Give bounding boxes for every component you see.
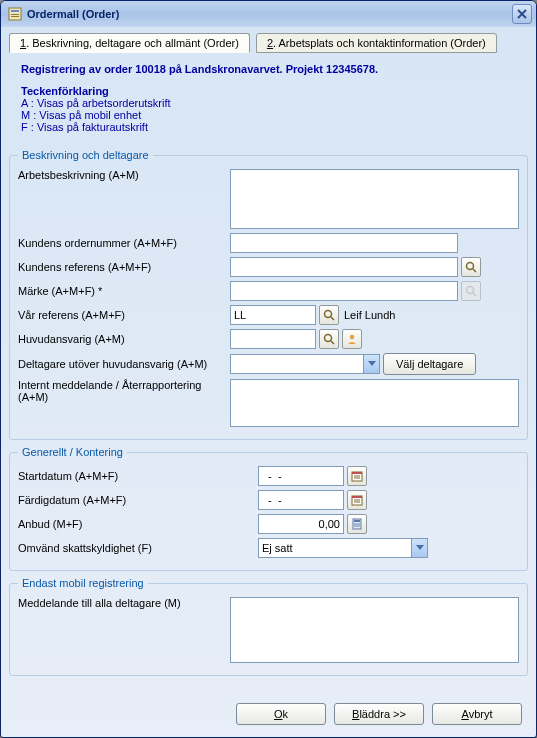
svg-point-8	[325, 311, 332, 318]
tab1-label: . Beskrivning, deltagare och allmänt (Or…	[26, 37, 239, 49]
svg-point-6	[467, 287, 474, 294]
startdatum-label: Startdatum (A+M+F)	[18, 470, 258, 482]
svg-line-9	[331, 317, 334, 320]
marke-lookup-button-disabled	[461, 281, 481, 301]
kundens-ref-lookup-button[interactable]	[461, 257, 481, 277]
huvudansvarig-lookup-button[interactable]	[319, 329, 339, 349]
var-ref-code-input[interactable]	[230, 305, 316, 325]
svg-point-23	[354, 523, 356, 525]
svg-rect-3	[11, 16, 19, 17]
bladdra-accel: B	[352, 708, 359, 720]
svg-line-7	[473, 293, 476, 296]
svg-point-27	[356, 525, 358, 527]
svg-rect-14	[352, 472, 362, 474]
registration-text: Registrering av order 10018 på Landskron…	[21, 63, 522, 75]
anbud-label: Anbud (M+F)	[18, 518, 258, 530]
svg-rect-22	[354, 520, 360, 522]
close-button[interactable]	[512, 4, 532, 24]
anbud-input[interactable]	[258, 514, 344, 534]
startdatum-input[interactable]	[258, 466, 344, 486]
svg-point-26	[354, 525, 356, 527]
omvand-combo[interactable]: Ej satt	[258, 538, 428, 558]
avbryt-button[interactable]: Avbryt	[432, 703, 522, 725]
legend-title: Teckenförklaring	[21, 85, 522, 97]
omvand-combo-text: Ej satt	[259, 542, 411, 554]
marke-input[interactable]	[230, 281, 458, 301]
startdatum-calendar-button[interactable]	[347, 466, 367, 486]
svg-point-25	[358, 523, 360, 525]
omvand-label: Omvänd skattskyldighet (F)	[18, 542, 258, 554]
svg-line-11	[331, 341, 334, 344]
svg-point-12	[350, 335, 354, 339]
avbryt-accel: A	[461, 708, 468, 720]
var-ref-name: Leif Lundh	[342, 309, 395, 321]
deltagare-combo[interactable]	[230, 354, 380, 374]
legend-description: Beskrivning och deltagare	[18, 149, 153, 161]
avbryt-rest: vbryt	[469, 708, 493, 720]
fieldset-description: Beskrivning och deltagare Arbetsbeskrivn…	[9, 149, 528, 440]
legend-general: Generellt / Kontering	[18, 446, 127, 458]
svg-line-5	[473, 269, 476, 272]
meddelande-label: Meddelande till alla deltagare (M)	[18, 597, 230, 609]
svg-rect-1	[11, 10, 19, 12]
huvudansvarig-input[interactable]	[230, 329, 316, 349]
fieldset-mobile: Endast mobil registrering Meddelande til…	[9, 577, 528, 676]
bladdra-rest: läddra >>	[359, 708, 405, 720]
window-title: Ordermall (Order)	[27, 8, 512, 20]
tab-bar: 1. Beskrivning, deltagare och allmänt (O…	[9, 33, 528, 53]
ok-button[interactable]: Ok	[236, 703, 326, 725]
fardigdatum-input[interactable]	[258, 490, 344, 510]
chevron-down-icon	[363, 355, 379, 373]
titlebar: Ordermall (Order)	[1, 1, 536, 27]
content-area: 1. Beskrivning, deltagare och allmänt (O…	[1, 27, 536, 737]
svg-point-24	[356, 523, 358, 525]
arbetsbeskrivning-label: Arbetsbeskrivning (A+M)	[18, 169, 230, 181]
legend-m: M : Visas på mobil enhet	[21, 109, 522, 121]
anbud-calc-button[interactable]	[347, 514, 367, 534]
kundens-ordernr-input[interactable]	[230, 233, 458, 253]
var-ref-label: Vår referens (A+M+F)	[18, 309, 230, 321]
var-ref-lookup-button[interactable]	[319, 305, 339, 325]
app-icon	[7, 6, 23, 22]
tab-description[interactable]: 1. Beskrivning, deltagare och allmänt (O…	[9, 33, 250, 53]
fardigdatum-label: Färdigdatum (A+M+F)	[18, 494, 258, 506]
arbetsbeskrivning-textarea[interactable]	[230, 169, 519, 229]
fieldset-general: Generellt / Kontering Startdatum (A+M+F)…	[9, 446, 528, 571]
ok-accel: O	[274, 708, 283, 720]
deltagare-label: Deltagare utöver huvudansvarig (A+M)	[18, 358, 230, 370]
bladdra-button[interactable]: Bläddra >>	[334, 703, 424, 725]
svg-rect-18	[352, 496, 362, 498]
footer-buttons: Ok Bläddra >> Avbryt	[9, 695, 528, 729]
internt-textarea[interactable]	[230, 379, 519, 427]
chevron-down-icon	[411, 539, 427, 557]
kundens-ref-input[interactable]	[230, 257, 458, 277]
svg-rect-2	[11, 14, 19, 15]
tab2-label: . Arbetsplats och kontaktinformation (Or…	[273, 37, 486, 49]
kundens-ref-label: Kundens referens (A+M+F)	[18, 261, 230, 273]
window-frame: Ordermall (Order) 1. Beskrivning, deltag…	[0, 0, 537, 738]
legend-f: F : Visas på fakturautskrift	[21, 121, 522, 133]
info-block: Registrering av order 10018 på Landskron…	[9, 59, 528, 143]
marke-label: Märke (A+M+F) *	[18, 285, 230, 297]
valj-deltagare-button[interactable]: Välj deltagare	[383, 353, 476, 375]
svg-point-28	[358, 525, 360, 527]
svg-point-10	[325, 335, 332, 342]
tab-workplace[interactable]: 2. Arbetsplats och kontaktinformation (O…	[256, 33, 497, 53]
ok-rest: k	[283, 708, 289, 720]
kundens-ordernr-label: Kundens ordernummer (A+M+F)	[18, 237, 230, 249]
legend-mobile: Endast mobil registrering	[18, 577, 148, 589]
legend-a: A : Visas på arbetsorderutskrift	[21, 97, 522, 109]
huvudansvarig-person-button[interactable]	[342, 329, 362, 349]
svg-point-4	[467, 263, 474, 270]
internt-label: Internt meddelande / Återrapportering (A…	[18, 379, 230, 403]
huvudansvarig-label: Huvudansvarig (A+M)	[18, 333, 230, 345]
meddelande-textarea[interactable]	[230, 597, 519, 663]
fardigdatum-calendar-button[interactable]	[347, 490, 367, 510]
